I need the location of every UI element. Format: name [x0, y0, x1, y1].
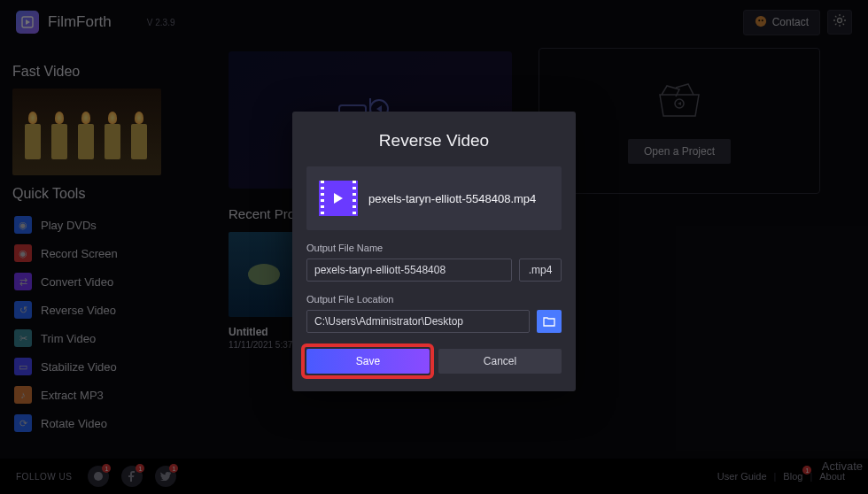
source-file-card: pexels-taryn-elliott-5548408.mp4 — [306, 166, 562, 230]
output-extension: .mp4 — [519, 259, 562, 282]
save-button[interactable]: Save — [306, 349, 430, 374]
dialog-title: Reverse Video — [306, 131, 562, 151]
output-location-input[interactable] — [306, 310, 530, 333]
cancel-button[interactable]: Cancel — [438, 349, 562, 374]
video-file-icon — [319, 181, 358, 216]
output-name-label: Output File Name — [306, 243, 562, 253]
output-name-input[interactable] — [306, 259, 512, 282]
source-file-name: pexels-taryn-elliott-5548408.mp4 — [368, 192, 536, 205]
browse-folder-button[interactable] — [537, 310, 562, 333]
reverse-video-dialog: Reverse Video pexels-taryn-elliott-55484… — [292, 112, 576, 391]
output-location-label: Output File Location — [306, 294, 562, 305]
folder-icon — [543, 316, 555, 327]
